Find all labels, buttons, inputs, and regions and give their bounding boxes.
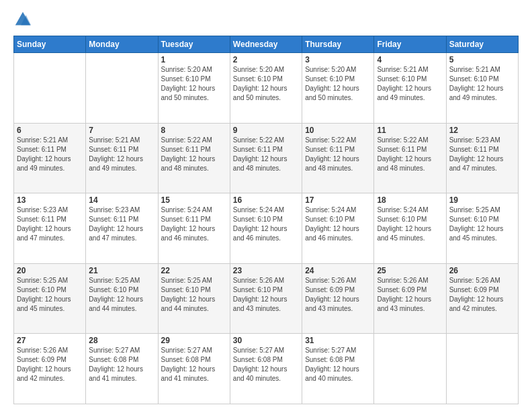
calendar-week-row: 13Sunrise: 5:23 AM Sunset: 6:11 PM Dayli… xyxy=(14,193,519,264)
calendar-cell: 1Sunrise: 5:20 AM Sunset: 6:10 PM Daylig… xyxy=(158,53,230,124)
calendar-cell: 23Sunrise: 5:26 AM Sunset: 6:10 PM Dayli… xyxy=(230,263,302,334)
day-number: 5 xyxy=(449,55,515,64)
calendar-cell: 30Sunrise: 5:27 AM Sunset: 6:08 PM Dayli… xyxy=(230,334,302,404)
calendar-cell xyxy=(374,334,446,404)
calendar: SundayMondayTuesdayWednesdayThursdayFrid… xyxy=(13,36,519,404)
logo-icon xyxy=(13,10,32,29)
day-info: Sunrise: 5:24 AM Sunset: 6:10 PM Dayligh… xyxy=(377,205,443,243)
calendar-cell: 22Sunrise: 5:25 AM Sunset: 6:10 PM Dayli… xyxy=(158,263,230,334)
day-info: Sunrise: 5:26 AM Sunset: 6:09 PM Dayligh… xyxy=(305,276,371,314)
calendar-cell: 7Sunrise: 5:21 AM Sunset: 6:11 PM Daylig… xyxy=(86,123,158,193)
day-number: 6 xyxy=(17,126,83,135)
day-info: Sunrise: 5:21 AM Sunset: 6:10 PM Dayligh… xyxy=(377,65,443,103)
calendar-cell xyxy=(446,334,518,404)
calendar-cell: 29Sunrise: 5:27 AM Sunset: 6:08 PM Dayli… xyxy=(158,334,230,404)
day-number: 29 xyxy=(161,336,227,345)
day-number: 31 xyxy=(305,336,371,345)
day-number: 19 xyxy=(449,195,515,205)
day-number: 20 xyxy=(17,266,83,275)
calendar-cell: 12Sunrise: 5:23 AM Sunset: 6:11 PM Dayli… xyxy=(446,123,518,193)
day-number: 18 xyxy=(377,195,443,205)
calendar-cell: 5Sunrise: 5:21 AM Sunset: 6:10 PM Daylig… xyxy=(446,53,518,124)
day-info: Sunrise: 5:25 AM Sunset: 6:10 PM Dayligh… xyxy=(17,276,83,314)
day-header-monday: Monday xyxy=(86,36,158,53)
day-info: Sunrise: 5:21 AM Sunset: 6:11 PM Dayligh… xyxy=(17,136,83,173)
calendar-cell: 10Sunrise: 5:22 AM Sunset: 6:11 PM Dayli… xyxy=(302,123,374,193)
calendar-cell: 6Sunrise: 5:21 AM Sunset: 6:11 PM Daylig… xyxy=(14,123,86,193)
day-number: 25 xyxy=(377,266,443,275)
calendar-week-row: 27Sunrise: 5:26 AM Sunset: 6:09 PM Dayli… xyxy=(14,334,519,404)
header xyxy=(13,10,519,29)
day-number: 26 xyxy=(449,266,515,275)
day-info: Sunrise: 5:22 AM Sunset: 6:11 PM Dayligh… xyxy=(233,136,299,173)
calendar-cell: 13Sunrise: 5:23 AM Sunset: 6:11 PM Dayli… xyxy=(14,193,86,264)
calendar-cell: 24Sunrise: 5:26 AM Sunset: 6:09 PM Dayli… xyxy=(302,263,374,334)
day-info: Sunrise: 5:23 AM Sunset: 6:11 PM Dayligh… xyxy=(89,205,154,243)
day-number: 4 xyxy=(377,55,443,64)
day-number: 23 xyxy=(233,266,299,275)
day-number: 14 xyxy=(89,195,154,205)
day-info: Sunrise: 5:27 AM Sunset: 6:08 PM Dayligh… xyxy=(233,346,299,383)
day-info: Sunrise: 5:24 AM Sunset: 6:11 PM Dayligh… xyxy=(161,205,227,243)
day-number: 11 xyxy=(377,126,443,135)
calendar-cell: 18Sunrise: 5:24 AM Sunset: 6:10 PM Dayli… xyxy=(374,193,446,264)
calendar-cell: 4Sunrise: 5:21 AM Sunset: 6:10 PM Daylig… xyxy=(374,53,446,124)
day-header-thursday: Thursday xyxy=(302,36,374,53)
calendar-week-row: 1Sunrise: 5:20 AM Sunset: 6:10 PM Daylig… xyxy=(14,53,519,124)
day-info: Sunrise: 5:20 AM Sunset: 6:10 PM Dayligh… xyxy=(161,65,227,103)
day-header-saturday: Saturday xyxy=(446,36,518,53)
calendar-cell: 11Sunrise: 5:22 AM Sunset: 6:11 PM Dayli… xyxy=(374,123,446,193)
calendar-cell: 2Sunrise: 5:20 AM Sunset: 6:10 PM Daylig… xyxy=(230,53,302,124)
day-info: Sunrise: 5:24 AM Sunset: 6:10 PM Dayligh… xyxy=(305,205,371,243)
day-info: Sunrise: 5:22 AM Sunset: 6:11 PM Dayligh… xyxy=(305,136,371,173)
day-header-friday: Friday xyxy=(374,36,446,53)
calendar-cell: 9Sunrise: 5:22 AM Sunset: 6:11 PM Daylig… xyxy=(230,123,302,193)
calendar-cell: 17Sunrise: 5:24 AM Sunset: 6:10 PM Dayli… xyxy=(302,193,374,264)
calendar-cell: 14Sunrise: 5:23 AM Sunset: 6:11 PM Dayli… xyxy=(86,193,158,264)
calendar-cell: 8Sunrise: 5:22 AM Sunset: 6:11 PM Daylig… xyxy=(158,123,230,193)
day-number: 27 xyxy=(17,336,83,345)
day-number: 13 xyxy=(17,195,83,205)
day-number: 24 xyxy=(305,266,371,275)
calendar-header-row: SundayMondayTuesdayWednesdayThursdayFrid… xyxy=(14,36,519,53)
day-info: Sunrise: 5:26 AM Sunset: 6:09 PM Dayligh… xyxy=(17,346,83,383)
day-info: Sunrise: 5:26 AM Sunset: 6:09 PM Dayligh… xyxy=(449,276,515,314)
day-info: Sunrise: 5:23 AM Sunset: 6:11 PM Dayligh… xyxy=(17,205,83,243)
day-info: Sunrise: 5:22 AM Sunset: 6:11 PM Dayligh… xyxy=(161,136,227,173)
day-info: Sunrise: 5:26 AM Sunset: 6:10 PM Dayligh… xyxy=(233,276,299,314)
calendar-week-row: 6Sunrise: 5:21 AM Sunset: 6:11 PM Daylig… xyxy=(14,123,519,193)
day-info: Sunrise: 5:27 AM Sunset: 6:08 PM Dayligh… xyxy=(305,346,371,383)
day-number: 7 xyxy=(89,126,154,135)
day-number: 1 xyxy=(161,55,227,64)
day-number: 15 xyxy=(161,195,227,205)
logo xyxy=(13,10,35,29)
calendar-cell: 27Sunrise: 5:26 AM Sunset: 6:09 PM Dayli… xyxy=(14,334,86,404)
day-info: Sunrise: 5:25 AM Sunset: 6:10 PM Dayligh… xyxy=(161,276,227,314)
calendar-cell: 25Sunrise: 5:26 AM Sunset: 6:09 PM Dayli… xyxy=(374,263,446,334)
day-info: Sunrise: 5:21 AM Sunset: 6:10 PM Dayligh… xyxy=(449,65,515,103)
day-info: Sunrise: 5:22 AM Sunset: 6:11 PM Dayligh… xyxy=(377,136,443,173)
calendar-cell: 26Sunrise: 5:26 AM Sunset: 6:09 PM Dayli… xyxy=(446,263,518,334)
calendar-cell xyxy=(14,53,86,124)
day-info: Sunrise: 5:27 AM Sunset: 6:08 PM Dayligh… xyxy=(89,346,154,383)
calendar-cell: 31Sunrise: 5:27 AM Sunset: 6:08 PM Dayli… xyxy=(302,334,374,404)
calendar-cell: 15Sunrise: 5:24 AM Sunset: 6:11 PM Dayli… xyxy=(158,193,230,264)
day-info: Sunrise: 5:25 AM Sunset: 6:10 PM Dayligh… xyxy=(89,276,154,314)
calendar-cell: 20Sunrise: 5:25 AM Sunset: 6:10 PM Dayli… xyxy=(14,263,86,334)
day-number: 2 xyxy=(233,55,299,64)
day-number: 22 xyxy=(161,266,227,275)
day-number: 30 xyxy=(233,336,299,345)
day-info: Sunrise: 5:27 AM Sunset: 6:08 PM Dayligh… xyxy=(161,346,227,383)
day-number: 21 xyxy=(89,266,154,275)
calendar-cell: 28Sunrise: 5:27 AM Sunset: 6:08 PM Dayli… xyxy=(86,334,158,404)
day-number: 8 xyxy=(161,126,227,135)
day-number: 16 xyxy=(233,195,299,205)
day-number: 3 xyxy=(305,55,371,64)
day-info: Sunrise: 5:20 AM Sunset: 6:10 PM Dayligh… xyxy=(233,65,299,103)
day-number: 12 xyxy=(449,126,515,135)
page: SundayMondayTuesdayWednesdayThursdayFrid… xyxy=(0,0,532,411)
day-info: Sunrise: 5:20 AM Sunset: 6:10 PM Dayligh… xyxy=(305,65,371,103)
calendar-cell: 3Sunrise: 5:20 AM Sunset: 6:10 PM Daylig… xyxy=(302,53,374,124)
day-number: 9 xyxy=(233,126,299,135)
calendar-cell: 21Sunrise: 5:25 AM Sunset: 6:10 PM Dayli… xyxy=(86,263,158,334)
